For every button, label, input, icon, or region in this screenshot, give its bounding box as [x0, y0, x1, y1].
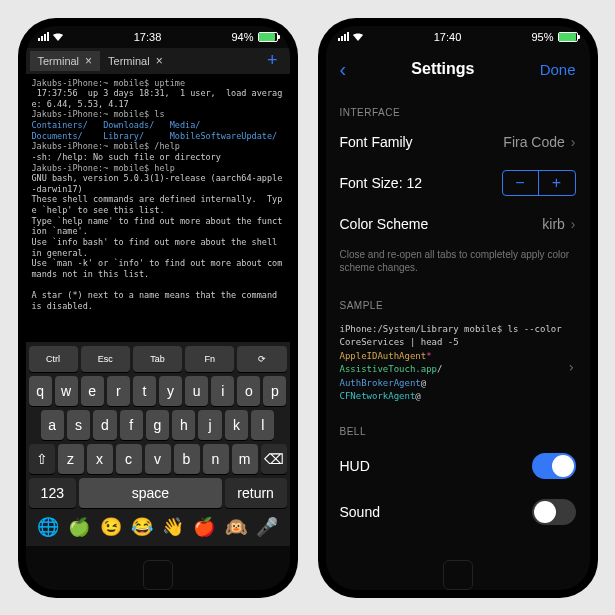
key-y[interactable]: y — [159, 376, 182, 406]
key-a[interactable]: a — [41, 410, 64, 440]
row-hud: HUD — [326, 443, 590, 489]
close-icon[interactable]: × — [85, 54, 92, 68]
stepper-plus[interactable]: + — [539, 171, 575, 195]
section-sample: SAMPLE — [326, 284, 590, 317]
emoji-key[interactable]: 👋 — [162, 516, 184, 538]
key-g[interactable]: g — [146, 410, 169, 440]
keyboard: CtrlEscTabFn⟳ qwertyuiop asdfghjkl ⇧zxcv… — [26, 342, 290, 546]
key-j[interactable]: j — [198, 410, 221, 440]
screen-left: 17:38 94% Terminal× Terminal× + Jakubs-i… — [26, 26, 290, 590]
settings-header: ‹ Settings Done — [326, 48, 590, 91]
signal-icon — [38, 32, 49, 41]
key-k[interactable]: k — [225, 410, 248, 440]
toggle-sound[interactable] — [532, 499, 576, 525]
key-t[interactable]: t — [133, 376, 156, 406]
key-z[interactable]: z — [58, 444, 84, 474]
back-button[interactable]: ‹ — [340, 58, 347, 81]
chevron-right-icon: › — [571, 134, 576, 150]
key-ctrl[interactable]: Ctrl — [29, 346, 78, 372]
row-font-size: Font Size: 12 − + — [326, 160, 590, 206]
key-⇧[interactable]: ⇧ — [29, 444, 55, 474]
page-title: Settings — [411, 60, 474, 78]
key-s[interactable]: s — [67, 410, 90, 440]
toggle-hud[interactable] — [532, 453, 576, 479]
key-u[interactable]: u — [185, 376, 208, 406]
status-time: 17:40 — [434, 31, 462, 43]
sample-output[interactable]: › iPhone:/System/Library mobile$ ls --co… — [326, 317, 590, 410]
chevron-right-icon: › — [567, 357, 575, 378]
wifi-icon — [352, 32, 364, 41]
key-tab[interactable]: Tab — [133, 346, 182, 372]
stepper-minus[interactable]: − — [503, 171, 539, 195]
section-bell: BELL — [326, 410, 590, 443]
key-esc[interactable]: Esc — [81, 346, 130, 372]
wifi-icon — [52, 32, 64, 41]
row-color-scheme[interactable]: Color Scheme kirb› — [326, 206, 590, 242]
key-e[interactable]: e — [81, 376, 104, 406]
key-h[interactable]: h — [172, 410, 195, 440]
chevron-right-icon: › — [571, 216, 576, 232]
key-w[interactable]: w — [55, 376, 78, 406]
key-v[interactable]: v — [145, 444, 171, 474]
key-⌫[interactable]: ⌫ — [261, 444, 287, 474]
key-fn[interactable]: Fn — [185, 346, 234, 372]
key-123[interactable]: 123 — [29, 478, 77, 508]
key-q[interactable]: q — [29, 376, 52, 406]
add-tab-button[interactable]: + — [259, 50, 286, 71]
font-size-stepper: − + — [502, 170, 576, 196]
key-i[interactable]: i — [211, 376, 234, 406]
emoji-key[interactable]: 😂 — [131, 516, 153, 538]
key-space[interactable]: space — [79, 478, 222, 508]
section-interface: INTERFACE — [326, 91, 590, 124]
key-f[interactable]: f — [120, 410, 143, 440]
key-r[interactable]: r — [107, 376, 130, 406]
battery-icon — [558, 32, 578, 42]
emoji-key[interactable]: 😉 — [100, 516, 122, 538]
close-icon[interactable]: × — [156, 54, 163, 68]
battery-icon — [258, 32, 278, 42]
emoji-key[interactable]: 🎤 — [256, 516, 278, 538]
tab-terminal-2[interactable]: Terminal× — [100, 51, 171, 71]
key-⟳[interactable]: ⟳ — [237, 346, 286, 372]
key-c[interactable]: c — [116, 444, 142, 474]
row-sound: Sound — [326, 489, 590, 535]
status-time: 17:38 — [134, 31, 162, 43]
key-return[interactable]: return — [225, 478, 287, 508]
phone-right: 17:40 95% ‹ Settings Done INTERFACE Font… — [318, 18, 598, 598]
key-m[interactable]: m — [232, 444, 258, 474]
key-o[interactable]: o — [237, 376, 260, 406]
emoji-key[interactable]: 🙉 — [225, 516, 247, 538]
terminal-output[interactable]: Jakubs-iPhone:~ mobile$ uptime 17:37:56 … — [26, 74, 290, 342]
row-font-family[interactable]: Font Family Fira Code› — [326, 124, 590, 160]
hint-text: Close and re-open all tabs to completely… — [326, 242, 590, 284]
done-button[interactable]: Done — [540, 61, 576, 78]
tabs-row: Terminal× Terminal× + — [26, 48, 290, 74]
home-button[interactable] — [138, 555, 178, 595]
battery-pct: 94% — [231, 31, 253, 43]
key-d[interactable]: d — [93, 410, 116, 440]
signal-icon — [338, 32, 349, 41]
home-button[interactable] — [438, 555, 478, 595]
phone-left: 17:38 94% Terminal× Terminal× + Jakubs-i… — [18, 18, 298, 598]
emoji-key[interactable]: 🍎 — [193, 516, 215, 538]
tab-terminal-1[interactable]: Terminal× — [30, 51, 101, 71]
screen-right: 17:40 95% ‹ Settings Done INTERFACE Font… — [326, 26, 590, 590]
status-bar: 17:40 95% — [326, 26, 590, 48]
emoji-key[interactable]: 🌐 — [37, 516, 59, 538]
battery-pct: 95% — [531, 31, 553, 43]
key-l[interactable]: l — [251, 410, 274, 440]
key-b[interactable]: b — [174, 444, 200, 474]
emoji-key[interactable]: 🍏 — [68, 516, 90, 538]
status-bar: 17:38 94% — [26, 26, 290, 48]
key-x[interactable]: x — [87, 444, 113, 474]
key-p[interactable]: p — [263, 376, 286, 406]
key-n[interactable]: n — [203, 444, 229, 474]
